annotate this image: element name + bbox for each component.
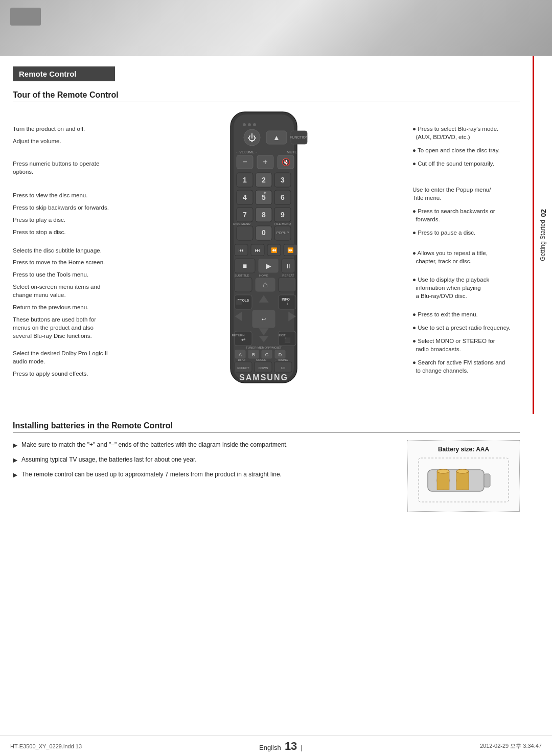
svg-text:A: A [239,352,242,357]
svg-text:■: ■ [243,262,247,270]
svg-text:←VOLUME→: ←VOLUME→ [236,150,258,154]
remote-diagram-wrapper: Turn the product on and off. Adjust the … [13,109,520,406]
svg-text:▲: ▲ [273,133,280,142]
right-label-6: ● Allows you to repeat a title, chapter,… [412,249,520,265]
svg-text:B: B [252,352,255,357]
battery-bullet-1: ▶ Assuming typical TV usage, the batteri… [13,455,397,465]
svg-text:↩: ↩ [241,337,245,342]
svg-text:DOWN: DOWN [259,366,268,370]
right-labels: ● Press to select Blu-ray's mode. (AUX, … [412,109,520,380]
svg-text:1: 1 [243,176,247,184]
left-label-8: Press to move to the Home screen. [13,258,115,266]
svg-text:UP: UP [281,366,285,370]
svg-text:+: + [263,157,267,166]
svg-rect-68 [236,300,242,305]
left-label-13: Select the desired Dolby Pro Logic IIaud… [13,349,115,365]
battery-section: Installing batteries in the Remote Contr… [13,421,520,512]
svg-text:EFFECT: EFFECT [237,366,249,370]
svg-text:⏻: ⏻ [248,133,256,142]
svg-text:⏮: ⏮ [239,247,244,253]
svg-text:FUNCTION: FUNCTION [290,135,308,139]
svg-text:SAMSUNG: SAMSUNG [239,373,288,382]
battery-image-box: Battery size: AAA [407,440,520,512]
svg-text:DIPLT: DIPLT [238,358,246,361]
svg-text:⏭: ⏭ [255,247,260,253]
svg-text:TUNER MEMORY/MOIST: TUNER MEMORY/MOIST [246,346,282,349]
remote-diagram-area: Turn the product on and off. Adjust the … [13,109,520,406]
remote-svg: ⏻ ▲ FUNCTION ←VOLUME→ MUTE − [215,109,312,385]
svg-text:ITLE MENU: ITLE MENU [274,222,291,225]
svg-point-112 [456,469,469,473]
battery-bullet-text-2: The remote control can be used up to app… [21,470,282,479]
svg-text:INFO: INFO [282,297,290,301]
bullet-arrow-1: ▶ [13,455,17,465]
left-label-1: Adjust the volume. [13,137,115,145]
svg-text:SOUND: SOUND [256,358,266,361]
right-label-2: ● Cut off the sound temporarily. [412,159,520,168]
svg-point-2 [243,123,246,126]
left-label-7: Selects the disc subtitle language. [13,246,115,255]
bullet-arrow-0: ▶ [13,441,17,450]
bottom-bar: HT-E3500_XY_0229.indd 13 English 13 | 20… [0,736,552,756]
left-label-6: Press to stop a disc. [13,228,115,236]
svg-text:0: 0 [262,228,266,237]
right-label-10: ● Select MONO or STEREO for radio broadc… [412,337,520,353]
left-label-9: Press to use the Tools menu. [13,270,115,279]
left-label-12: These buttons are used both formenus on … [13,315,115,340]
svg-point-109 [437,469,449,473]
main-content: Remote Control Tour of the Remote Contro… [0,56,533,736]
svg-rect-105 [428,470,484,491]
svg-text:⏩: ⏩ [287,247,294,254]
page-number-area: English 13 | [259,740,303,753]
svg-rect-111 [456,471,469,490]
left-label-11: Return to the previous menu. [13,303,115,311]
svg-text:8: 8 [262,211,266,219]
left-labels: Turn the product on and off. Adjust the … [13,109,115,382]
svg-text:HOME: HOME [259,274,268,277]
battery-bullet-2: ▶ The remote control can be used up to a… [13,470,397,479]
svg-rect-106 [484,474,490,487]
chapter-label: Getting Started [539,220,547,261]
battery-bullet-0: ▶ Make sure to match the "+" and "–" end… [13,440,397,450]
svg-text:⏪: ⏪ [271,247,278,254]
svg-text:i: i [287,301,288,306]
battery-size-label: Battery size: AAA [413,446,514,453]
svg-text:5: 5 [262,193,266,201]
svg-text:DISC MENU: DISC MENU [233,222,250,225]
svg-text:↩: ↩ [262,316,266,322]
svg-text:C: C [265,352,269,357]
svg-text:▶: ▶ [266,262,271,270]
battery-bullet-text-1: Assuming typical TV usage, the batteries… [21,455,197,464]
right-label-9: ● Use to set a preset radio frequency. [412,324,520,332]
left-label-4: Press to skip backwards or forwards. [13,203,115,212]
svg-text:🔇: 🔇 [282,158,291,167]
left-label-10: Select on-screen menu items andchange me… [13,283,115,299]
battery-bullet-text-0: Make sure to match the "+" and "–" ends … [21,440,288,449]
svg-point-29 [264,192,266,194]
battery-section-title: Installing batteries in the Remote Contr… [13,421,520,433]
svg-text:EXIT: EXIT [279,334,286,337]
svg-point-4 [253,123,256,126]
svg-text:2: 2 [262,176,266,184]
svg-rect-65 [279,278,296,292]
bullet-arrow-2: ▶ [13,470,17,479]
svg-text:⬛: ⬛ [284,337,291,343]
file-name: HT-E3500_XY_0229.indd 13 [10,743,82,749]
page-number: 13 [285,740,297,752]
timestamp: 2012-02-29 오후 3:34:47 [480,742,542,750]
left-label-2: Press numeric buttons to operateoptions. [13,159,115,176]
right-label-8: ● Press to exit the menu. [412,310,520,318]
battery-illustration [418,457,510,503]
right-label-4: ● Press to search backwards or forwards. [412,207,520,223]
svg-rect-108 [437,471,449,490]
battery-bullets: ▶ Make sure to match the "+" and "–" end… [13,440,397,512]
svg-text:9: 9 [281,211,285,219]
svg-rect-40 [237,226,253,240]
svg-text:D: D [279,352,282,357]
svg-text:←TUNING→: ←TUNING→ [274,358,291,361]
svg-text:7: 7 [243,211,247,219]
section-header: Remote Control [13,66,115,81]
svg-rect-62 [235,278,252,292]
svg-text:−: − [242,157,247,166]
battery-content: ▶ Make sure to match the "+" and "–" end… [13,440,520,512]
